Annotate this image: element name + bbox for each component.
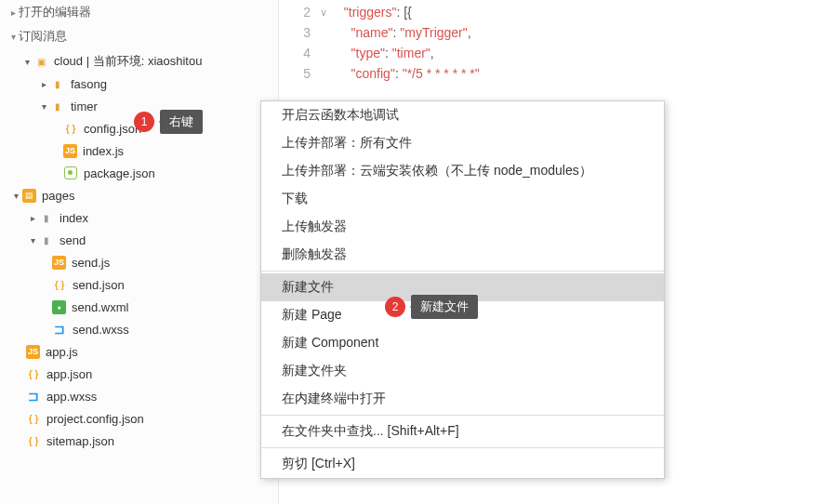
- annotation-1: 1 右键: [134, 110, 203, 134]
- folder-cloud[interactable]: ▾▣cloud | 当前环境: xiaoshitou: [0, 50, 278, 73]
- line-number: 3: [279, 25, 320, 40]
- code-line[interactable]: 5 "config": "*/5 * * * * * *": [279, 63, 821, 84]
- file-index-js[interactable]: JSindex.js: [0, 139, 278, 162]
- project-header[interactable]: ▾ 订阅消息: [0, 24, 278, 48]
- file-send-json[interactable]: { }send.json: [0, 273, 278, 296]
- code-content: "triggers": [{: [337, 5, 412, 20]
- context-menu-item[interactable]: 在内建终端中打开: [261, 385, 664, 413]
- json-icon: { }: [26, 411, 41, 426]
- wxml-icon: ⬥: [52, 300, 66, 314]
- json-icon: { }: [63, 121, 78, 136]
- menu-separator: [261, 447, 664, 448]
- code-content: "config": "*/5 * * * * * *": [337, 66, 480, 81]
- menu-separator: [261, 271, 664, 272]
- file-send-wxss[interactable]: ⊐send.wxss: [0, 318, 278, 340]
- code-line[interactable]: 3 "name": "myTrigger",: [279, 22, 821, 43]
- context-menu-item[interactable]: 新建文件夹: [261, 357, 664, 385]
- context-menu-item[interactable]: 在文件夹中查找... [Shift+Alt+F]: [261, 418, 664, 445]
- chevron-down-icon: ▾: [9, 191, 22, 201]
- annotation-badge: 2: [385, 297, 405, 317]
- file-send-wxml[interactable]: ⬥send.wxml: [0, 296, 278, 318]
- chevron-down-icon: ▾: [7, 32, 19, 42]
- file-sitemap-json[interactable]: { }sitemap.json: [0, 430, 278, 452]
- file-project-config[interactable]: { }project.config.json: [0, 407, 278, 430]
- context-menu-item[interactable]: 剪切 [Ctrl+X]: [261, 450, 664, 478]
- context-menu-item[interactable]: 删除触发器: [261, 241, 664, 269]
- context-menu-item[interactable]: 开启云函数本地调试: [261, 101, 664, 129]
- line-number: 2: [279, 5, 320, 20]
- chevron-right-icon: ▸: [37, 79, 50, 89]
- context-menu: 开启云函数本地调试上传并部署：所有文件上传并部署：云端安装依赖（不上传 node…: [260, 100, 665, 479]
- folder-pages[interactable]: ▾▤pages: [0, 184, 278, 206]
- chevron-right-icon: ▸: [7, 7, 19, 18]
- file-package-json[interactable]: package.json: [0, 162, 278, 184]
- context-menu-item[interactable]: 下载: [261, 185, 664, 213]
- annotation-tooltip: 右键: [160, 110, 203, 134]
- folder-send[interactable]: ▾▮send: [0, 229, 278, 251]
- code-content: "type": "timer",: [337, 46, 434, 60]
- file-app-json[interactable]: { }app.json: [0, 363, 278, 385]
- json-icon: { }: [52, 277, 67, 292]
- js-icon: JS: [52, 256, 66, 270]
- context-menu-item[interactable]: 上传并部署：所有文件: [261, 129, 664, 157]
- folder-index[interactable]: ▸▮index: [0, 206, 278, 229]
- line-number: 5: [279, 66, 320, 81]
- code-content: "name": "myTrigger",: [337, 25, 471, 40]
- code-line[interactable]: 4 "type": "timer",: [279, 43, 821, 63]
- open-editors-label: 打开的编辑器: [19, 4, 91, 20]
- folder-icon: ▮: [39, 210, 54, 225]
- file-explorer: ▸ 打开的编辑器 ▾ 订阅消息 ▾▣cloud | 当前环境: xiaoshit…: [0, 0, 279, 504]
- wxss-icon: ⊐: [52, 322, 67, 337]
- chevron-right-icon: ▸: [26, 213, 39, 223]
- annotation-badge: 1: [134, 112, 154, 132]
- folder-icon: ▮: [50, 99, 65, 113]
- folder-icon: ▮: [39, 232, 54, 247]
- chevron-down-icon: ▾: [26, 235, 39, 245]
- folder-fasong[interactable]: ▸▮fasong: [0, 73, 278, 95]
- file-app-wxss[interactable]: ⊐app.wxss: [0, 385, 278, 407]
- file-app-js[interactable]: JSapp.js: [0, 340, 278, 363]
- js-icon: JS: [63, 144, 77, 158]
- json-icon: { }: [26, 366, 41, 381]
- pages-folder-icon: ▤: [22, 189, 36, 203]
- npm-icon: [63, 166, 78, 180]
- fold-icon[interactable]: ∨: [320, 7, 337, 19]
- line-number: 4: [279, 46, 320, 60]
- file-send-js[interactable]: JSsend.js: [0, 251, 278, 273]
- context-menu-item[interactable]: 新建 Component: [261, 329, 664, 357]
- cloud-folder-icon: ▣: [33, 54, 48, 69]
- wxss-icon: ⊐: [26, 389, 41, 404]
- chevron-down-icon: ▾: [37, 101, 50, 112]
- annotation-tooltip: 新建文件: [411, 295, 478, 319]
- js-icon: JS: [26, 345, 40, 359]
- context-menu-item[interactable]: 上传并部署：云端安装依赖（不上传 node_modules）: [261, 157, 664, 185]
- json-icon: { }: [26, 433, 41, 448]
- context-menu-item[interactable]: 上传触发器: [261, 213, 664, 241]
- open-editors-header[interactable]: ▸ 打开的编辑器: [0, 0, 278, 24]
- folder-icon: ▮: [50, 76, 65, 91]
- annotation-2: 2 新建文件: [385, 295, 478, 319]
- menu-separator: [261, 415, 664, 416]
- code-line[interactable]: 2∨ "triggers": [{: [279, 2, 821, 22]
- chevron-down-icon: ▾: [20, 57, 33, 67]
- project-label: 订阅消息: [19, 28, 67, 45]
